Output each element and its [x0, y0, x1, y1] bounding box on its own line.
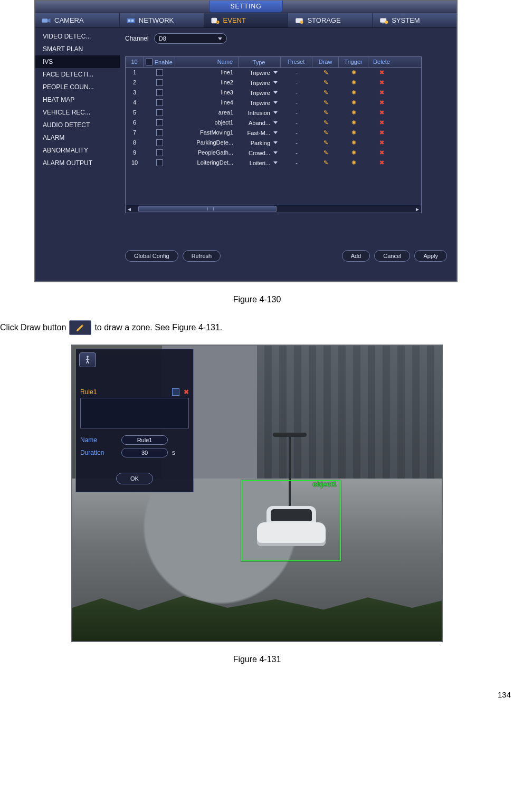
cell-trigger[interactable]: ✺ [339, 68, 368, 78]
refresh-button[interactable]: Refresh [183, 250, 221, 262]
channel-select[interactable]: D8 [154, 33, 227, 44]
cell-draw[interactable]: ✎ [312, 88, 339, 98]
cell-draw[interactable]: ✎ [312, 148, 339, 158]
table-row[interactable]: 1line1Tripwire-✎✺✖ [126, 68, 421, 78]
config-icon[interactable] [172, 388, 179, 396]
cell-draw[interactable]: ✎ [312, 118, 339, 128]
table-row[interactable]: 8ParkingDete...Parking-✎✺✖ [126, 138, 421, 148]
tab-event[interactable]: EVENT [204, 13, 289, 27]
checkbox-icon[interactable] [156, 79, 163, 86]
checkbox-icon[interactable] [156, 99, 163, 106]
cell-type[interactable]: Crowd... [239, 148, 281, 158]
cell-enable[interactable] [144, 158, 175, 168]
checkbox-icon[interactable] [156, 129, 163, 136]
table-row[interactable]: 6object1Aband...-✎✺✖ [126, 118, 421, 128]
cell-type[interactable]: Parking [239, 138, 281, 148]
global-config-button[interactable]: Global Config [125, 250, 178, 262]
cell-enable[interactable] [144, 98, 175, 108]
cell-delete[interactable]: ✖ [368, 148, 395, 158]
cell-type[interactable]: Loiteri... [239, 158, 281, 168]
sidebar-item-video-detect[interactable]: VIDEO DETEC... [35, 30, 120, 43]
checkbox-icon[interactable] [156, 149, 163, 156]
cell-enable[interactable] [144, 78, 175, 88]
tab-storage[interactable]: STORAGE [288, 13, 373, 27]
cell-delete[interactable]: ✖ [368, 138, 395, 148]
rule-name-input[interactable]: Rule1 [121, 435, 168, 445]
cell-type[interactable]: Tripwire [239, 88, 281, 98]
cell-enable[interactable] [144, 128, 175, 138]
cell-trigger[interactable]: ✺ [339, 148, 368, 158]
sidebar-item-audio-detect[interactable]: AUDIO DETECT [35, 119, 120, 131]
cell-enable[interactable] [144, 148, 175, 158]
sidebar-item-abnormality[interactable]: ABNORMALITY [35, 144, 120, 157]
cell-draw[interactable]: ✎ [312, 78, 339, 88]
cell-type[interactable]: Aband... [239, 118, 281, 128]
cell-draw[interactable]: ✎ [312, 158, 339, 168]
add-button[interactable]: Add [342, 250, 370, 262]
duration-input[interactable]: 30 [121, 448, 168, 457]
sidebar-item-vehicle-rec[interactable]: VEHICLE REC... [35, 106, 120, 119]
checkbox-icon[interactable] [156, 159, 163, 166]
tab-system[interactable]: SYSTEM [373, 13, 456, 27]
checkbox-icon[interactable] [156, 119, 163, 126]
table-row[interactable]: 7FastMoving1Fast-M...-✎✺✖ [126, 128, 421, 138]
cell-delete[interactable]: ✖ [368, 98, 395, 108]
cell-trigger[interactable]: ✺ [339, 118, 368, 128]
tab-network[interactable]: NETWORK [120, 13, 204, 27]
sidebar-item-people-count[interactable]: PEOPLE COUN... [35, 81, 120, 93]
cell-delete[interactable]: ✖ [368, 68, 395, 78]
cell-type[interactable]: Tripwire [239, 78, 281, 88]
cell-draw[interactable]: ✎ [312, 98, 339, 108]
cell-trigger[interactable]: ✺ [339, 108, 368, 118]
apply-button[interactable]: Apply [414, 250, 447, 262]
cell-draw[interactable]: ✎ [312, 128, 339, 138]
sidebar-item-alarm[interactable]: ALARM [35, 131, 120, 144]
cell-trigger[interactable]: ✺ [339, 138, 368, 148]
ok-button[interactable]: OK [116, 473, 153, 484]
tab-camera[interactable]: CAMERA [35, 13, 120, 27]
cell-enable[interactable] [144, 118, 175, 128]
cell-trigger[interactable]: ✺ [339, 158, 368, 168]
checkbox-icon[interactable] [156, 139, 163, 146]
table-row[interactable]: 4line4Tripwire-✎✺✖ [126, 98, 421, 108]
cell-delete[interactable]: ✖ [368, 88, 395, 98]
detection-zone[interactable]: object1 [241, 480, 341, 561]
sidebar-item-ivs[interactable]: IVS [35, 55, 120, 68]
scroll-right-icon[interactable]: ► [414, 205, 421, 213]
cell-delete[interactable]: ✖ [368, 78, 395, 88]
cell-type[interactable]: Tripwire [239, 98, 281, 108]
table-row[interactable]: 10LoiteringDet...Loiteri...-✎✺✖ [126, 158, 421, 168]
cell-draw[interactable]: ✎ [312, 138, 339, 148]
cell-draw[interactable]: ✎ [312, 68, 339, 78]
table-row[interactable]: 2line2Tripwire-✎✺✖ [126, 78, 421, 88]
sidebar-item-face-detect[interactable]: FACE DETECTI... [35, 68, 120, 81]
cell-enable[interactable] [144, 108, 175, 118]
cell-enable[interactable] [144, 138, 175, 148]
cell-trigger[interactable]: ✺ [339, 88, 368, 98]
sidebar-item-alarm-output[interactable]: ALARM OUTPUT [35, 157, 120, 169]
checkbox-icon[interactable] [146, 59, 153, 65]
checkbox-icon[interactable] [156, 109, 163, 116]
cell-enable[interactable] [144, 88, 175, 98]
cancel-button[interactable]: Cancel [374, 250, 410, 262]
table-row[interactable]: 9PeopleGath...Crowd...-✎✺✖ [126, 148, 421, 158]
table-row[interactable]: 5area1Intrusion-✎✺✖ [126, 108, 421, 118]
cell-type[interactable]: Fast-M... [239, 128, 281, 138]
cell-delete[interactable]: ✖ [368, 158, 395, 168]
cell-type[interactable]: Intrusion [239, 108, 281, 118]
pedestrian-filter-icon[interactable] [79, 352, 96, 367]
cell-delete[interactable]: ✖ [368, 128, 395, 138]
table-row[interactable]: 3line3Tripwire-✎✺✖ [126, 88, 421, 98]
cell-type[interactable]: Tripwire [239, 68, 281, 78]
sidebar-item-smart-plan[interactable]: SMART PLAN [35, 43, 120, 55]
cell-delete[interactable]: ✖ [368, 118, 395, 128]
cell-trigger[interactable]: ✺ [339, 128, 368, 138]
sidebar-item-heat-map[interactable]: HEAT MAP [35, 93, 120, 106]
scroll-left-icon[interactable]: ◄ [126, 205, 133, 213]
h-scrollbar[interactable]: ◄ ► [126, 205, 421, 213]
delete-rule-icon[interactable]: ✖ [184, 388, 189, 396]
cell-draw[interactable]: ✎ [312, 108, 339, 118]
cell-enable[interactable] [144, 68, 175, 78]
cell-trigger[interactable]: ✺ [339, 98, 368, 108]
rule-tab[interactable]: Rule1 [80, 388, 97, 396]
